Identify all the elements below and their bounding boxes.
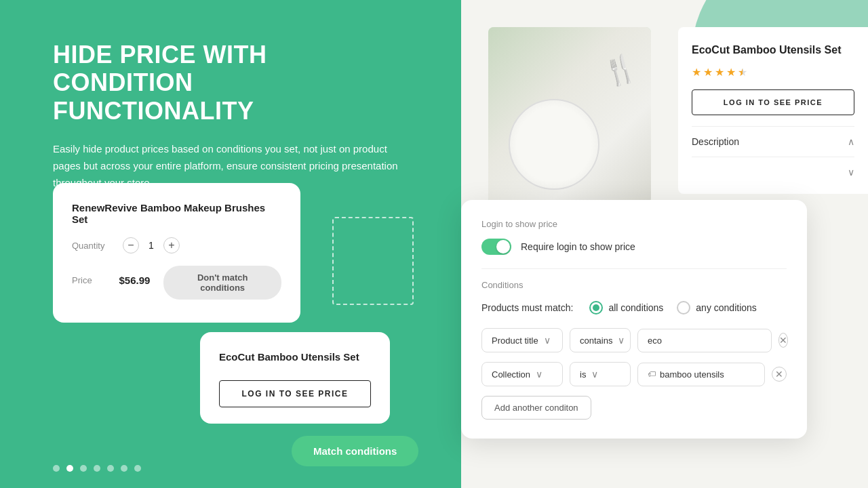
card2-log-btn[interactable]: LOG IN TO SEE PRICE — [219, 380, 371, 407]
carousel-dot-3[interactable] — [94, 465, 100, 472]
any-conditions-label: any conditions — [696, 302, 757, 313]
carousel-dot-0[interactable] — [53, 465, 60, 472]
star-5: ★★ — [738, 66, 747, 79]
remove-condition-1-btn[interactable]: ✕ — [778, 333, 788, 348]
quantity-row: Quantity − 1 + — [72, 237, 281, 253]
dont-match-btn[interactable]: Don't match conditions — [163, 266, 281, 300]
operator-select-2[interactable]: is ∨ — [570, 362, 631, 386]
tag-icon-2: 🏷 — [648, 369, 656, 379]
star-2: ★ — [703, 66, 713, 79]
operator-select-2-chevron: ∨ — [591, 369, 598, 380]
left-panel: HIDE PRICE WITH CONDITION FUNCTIONALITY … — [0, 0, 461, 488]
star-1: ★ — [692, 66, 701, 79]
require-login-toggle[interactable] — [481, 239, 511, 255]
conditions-section-label: Conditions — [481, 268, 787, 290]
quantity-value: 1 — [149, 240, 154, 251]
description-chevron-icon: ∧ — [848, 136, 854, 147]
toggle-row: Require login to show price — [481, 239, 787, 255]
add-condition-btn[interactable]: Add another conditon — [481, 396, 591, 420]
quantity-label: Quantity — [72, 241, 109, 251]
quantity-decrease-btn[interactable]: − — [123, 237, 139, 253]
star-4: ★ — [726, 66, 736, 79]
any-conditions-radio[interactable] — [677, 301, 690, 314]
carousel-dot-2[interactable] — [80, 465, 87, 472]
quantity-controls: − 1 + — [123, 237, 180, 253]
login-section-label: Login to show price — [481, 219, 787, 229]
field-select-1-label: Product title — [492, 336, 538, 346]
price-row: Price $56.99 Don't match conditions — [72, 260, 281, 300]
all-conditions-radio-inner — [593, 304, 599, 311]
match-row-label: Products must match: — [481, 302, 573, 313]
price-value: $56.99 — [119, 274, 151, 286]
value-input-1[interactable] — [637, 329, 772, 352]
toggle-knob — [496, 240, 510, 253]
toggle-label: Require login to show price — [521, 241, 635, 252]
value-text-2: bamboo utensils — [660, 369, 724, 380]
extra-row[interactable]: ∨ — [692, 157, 854, 178]
star-3: ★ — [715, 66, 724, 79]
extra-chevron-icon: ∨ — [848, 167, 854, 178]
plate-image — [488, 27, 651, 203]
product-info-panel: EcoCut Bamboo Utensils Set ★ ★ ★ ★ ★★ LO… — [678, 27, 868, 194]
remove-condition-2-btn[interactable]: ✕ — [772, 367, 787, 382]
remove-icon-2: ✕ — [775, 369, 783, 380]
carousel-dot-1[interactable] — [66, 465, 73, 472]
operator-select-1[interactable]: contains ∨ — [570, 328, 631, 352]
operator-select-1-chevron: ∨ — [618, 335, 625, 346]
condition-row-1: Product title ∨ contains ∨ ✕ — [481, 328, 787, 352]
product-card-2: EcoCut Bamboo Utensils Set LOG IN TO SEE… — [200, 332, 390, 424]
card2-title: EcoCut Bamboo Utensils Set — [219, 351, 371, 363]
carousel-dot-6[interactable] — [134, 465, 141, 472]
operator-select-2-label: is — [580, 369, 586, 380]
value-field-2[interactable]: 🏷 bamboo utensils — [637, 363, 765, 386]
field-select-2[interactable]: Collection ∨ — [481, 362, 563, 386]
description-label: Description — [692, 136, 739, 147]
main-title: HIDE PRICE WITH CONDITION FUNCTIONALITY — [53, 41, 408, 125]
product-image — [488, 27, 651, 203]
price-label: Price — [72, 275, 106, 285]
field-select-2-label: Collection — [492, 369, 530, 380]
description-row[interactable]: Description ∧ — [692, 126, 854, 157]
remove-icon-1: ✕ — [779, 335, 787, 346]
card1-title: RenewRevive Bamboo Makeup Brushes Set — [72, 202, 281, 225]
all-conditions-label: all conditions — [608, 302, 663, 313]
all-conditions-option[interactable]: all conditions — [589, 301, 663, 314]
carousel-dot-4[interactable] — [107, 465, 114, 472]
product-card-1: RenewRevive Bamboo Makeup Brushes Set Qu… — [53, 183, 300, 323]
conditions-panel: Login to show price Require login to sho… — [461, 200, 807, 439]
condition-row-2: Collection ∨ is ∨ 🏷 bamboo utensils ✕ — [481, 362, 787, 386]
match-row: Products must match: all conditions any … — [481, 301, 787, 314]
carousel-dots — [53, 465, 141, 472]
match-conditions-btn[interactable]: Match conditions — [292, 436, 418, 466]
product-log-btn[interactable]: LOG IN TO SEE PRICE — [692, 89, 854, 115]
any-conditions-option[interactable]: any conditions — [677, 301, 757, 314]
star-rating: ★ ★ ★ ★ ★★ — [692, 66, 854, 79]
quantity-increase-btn[interactable]: + — [163, 237, 180, 253]
product-name: EcoCut Bamboo Utensils Set — [692, 43, 854, 58]
dashed-selection-box — [332, 217, 414, 305]
field-select-1[interactable]: Product title ∨ — [481, 328, 563, 352]
carousel-dot-5[interactable] — [121, 465, 127, 472]
field-select-1-chevron: ∨ — [544, 335, 551, 346]
all-conditions-radio[interactable] — [589, 301, 603, 314]
field-select-2-chevron: ∨ — [536, 369, 542, 380]
operator-select-1-label: contains — [580, 336, 612, 346]
